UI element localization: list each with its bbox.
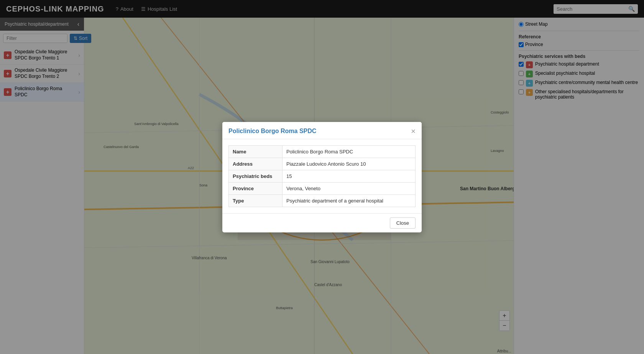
field-label: Psychiatric beds bbox=[229, 170, 283, 182]
modal-footer: Close bbox=[222, 213, 422, 232]
table-row: Psychiatric beds15 bbox=[229, 170, 416, 182]
modal-title: Policlinico Borgo Roma SPDC bbox=[228, 128, 316, 135]
field-value: Psychiatric department of a general hosp… bbox=[283, 194, 416, 207]
modal-dialog: Policlinico Borgo Roma SPDC × NamePolicl… bbox=[222, 122, 422, 232]
modal-close-button[interactable]: × bbox=[411, 127, 416, 135]
table-row: AddressPiazzale Ludovico Antonio Scuro 1… bbox=[229, 158, 416, 170]
modal-body: NamePoliclinico Borgo Roma SPDCAddressPi… bbox=[222, 139, 422, 213]
table-row: TypePsychiatric department of a general … bbox=[229, 194, 416, 207]
field-label: Name bbox=[229, 145, 283, 158]
modal-footer-close-button[interactable]: Close bbox=[390, 217, 416, 229]
field-label: Type bbox=[229, 194, 283, 207]
field-value: Piazzale Ludovico Antonio Scuro 10 bbox=[283, 158, 416, 170]
field-label: Province bbox=[229, 182, 283, 194]
field-label: Address bbox=[229, 158, 283, 170]
field-value: Policlinico Borgo Roma SPDC bbox=[283, 145, 416, 158]
table-row: ProvinceVerona, Veneto bbox=[229, 182, 416, 194]
detail-table: NamePoliclinico Borgo Roma SPDCAddressPi… bbox=[228, 145, 416, 207]
table-row: NamePoliclinico Borgo Roma SPDC bbox=[229, 145, 416, 158]
field-value: Verona, Veneto bbox=[283, 182, 416, 194]
modal-overlay[interactable]: Policlinico Borgo Roma SPDC × NamePolicl… bbox=[0, 0, 644, 354]
field-value: 15 bbox=[283, 170, 416, 182]
modal-header: Policlinico Borgo Roma SPDC × bbox=[222, 122, 422, 139]
